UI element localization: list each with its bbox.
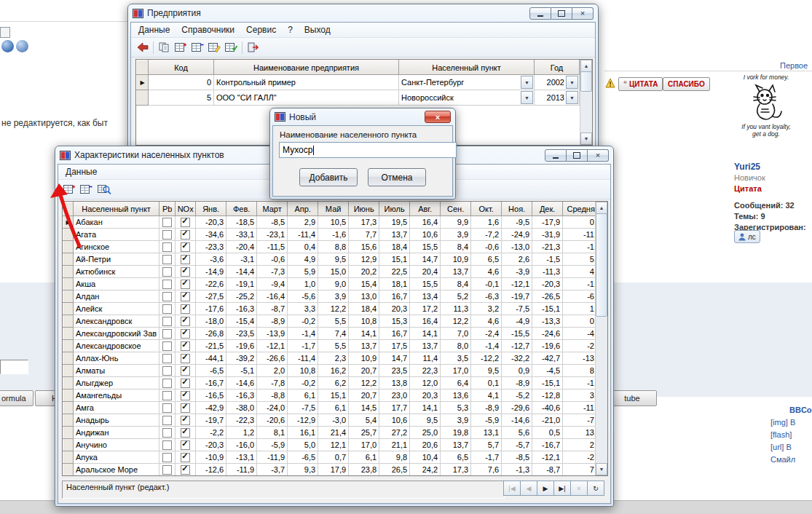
cell-value[interactable]: -13,9 <box>257 328 288 340</box>
cell-nox[interactable] <box>176 390 196 402</box>
cell-value[interactable]: -11,4 <box>288 229 318 241</box>
settlement-row[interactable]: Александровское-21,5-19,6-12,1-1,75,513,… <box>63 340 604 352</box>
cell-value[interactable]: 21,1 <box>379 439 410 451</box>
nox-checkbox[interactable] <box>181 403 190 413</box>
cell-name[interactable]: Контрольный пример <box>214 75 399 90</box>
cell-value[interactable]: -13,1 <box>226 451 257 464</box>
column-header[interactable]: Май <box>318 202 349 216</box>
cell-value[interactable]: 3,9 <box>318 290 349 303</box>
pb-checkbox[interactable] <box>162 465 172 475</box>
cell-value[interactable]: 14,5 <box>349 402 379 414</box>
cell-value[interactable]: -1,6 <box>318 229 349 241</box>
cell-value[interactable]: 13,7 <box>410 340 441 352</box>
cell-nox[interactable] <box>176 315 196 328</box>
cell-name[interactable]: ООО "СИ ГАЛЛ" <box>214 90 399 106</box>
cell-value[interactable]: -24,6 <box>532 328 563 340</box>
enterprise-row[interactable]: ▶0Контрольный примерСанкт-Петербург▼2002… <box>137 75 580 90</box>
cell-value[interactable]: 0,5 <box>532 427 563 439</box>
cell-value[interactable]: 9,8 <box>379 451 410 464</box>
delete-record-icon[interactable] <box>189 40 206 55</box>
cell-settlement-name[interactable]: Анадырь <box>74 414 159 427</box>
cell-value[interactable]: -3,0 <box>318 414 349 427</box>
cell-value[interactable]: 5,9 <box>288 266 318 278</box>
cell-pb[interactable] <box>159 476 176 477</box>
nox-checkbox[interactable] <box>181 354 190 363</box>
cell-pb[interactable] <box>159 414 176 427</box>
cell-settlement-name[interactable]: Амангельды <box>74 390 159 402</box>
cell-value[interactable]: 10,8 <box>349 315 379 328</box>
settlement-row[interactable]: Акша-22,6-19,1-9,41,09,015,418,115,58,4-… <box>63 278 604 290</box>
cell-nox[interactable] <box>176 439 196 451</box>
cell-value[interactable]: -29,6 <box>502 402 532 414</box>
settlements-menu-item-1[interactable]: Данные <box>60 166 103 178</box>
cell-value[interactable]: 20,4 <box>410 266 441 278</box>
cell-value[interactable]: 14,1 <box>410 328 441 340</box>
youtube-button[interactable]: tube <box>607 390 657 406</box>
cell-city[interactable]: Санкт-Петербург▼ <box>399 75 535 90</box>
enterprises-menu-item-4[interactable]: ? <box>282 24 299 36</box>
cell-pb[interactable] <box>159 427 176 439</box>
cell-value[interactable]: -25,2 <box>226 290 257 303</box>
cell-value[interactable]: 10,5 <box>318 216 349 229</box>
settlement-row[interactable]: Амангельды-16,5-16,3-8,86,115,120,723,02… <box>63 390 604 402</box>
settlement-row[interactable]: Амга-42,9-38,0-24,0-7,56,114,517,714,15,… <box>63 402 604 414</box>
cell-value[interactable]: 20,7 <box>349 365 379 377</box>
cell-value[interactable]: 13,7 <box>441 266 471 278</box>
cell-city[interactable]: Новороссийск▼ <box>399 90 535 106</box>
cell-value[interactable]: 1,0 <box>288 278 318 290</box>
cell-value[interactable]: -12,1 <box>257 340 288 352</box>
quote-button[interactable]: “ ЦИТАТА <box>618 77 663 91</box>
cell-value[interactable]: 18,4 <box>379 241 410 253</box>
cell-value[interactable]: 2,3 <box>318 352 349 365</box>
nox-checkbox[interactable] <box>181 453 190 462</box>
cell-value[interactable]: -14,6 <box>502 414 532 427</box>
cell-value[interactable]: 11,3 <box>441 303 471 315</box>
settlement-row[interactable]: Александровск-18,0-15,4-8,9-0,25,510,815… <box>63 315 604 328</box>
nox-checkbox[interactable] <box>181 230 190 240</box>
cell-nox[interactable] <box>176 266 196 278</box>
column-header[interactable]: Авг. <box>410 202 441 216</box>
cell-value[interactable]: 8,1 <box>257 427 288 439</box>
cell-value[interactable]: 12,0 <box>410 377 441 390</box>
pb-checkbox[interactable] <box>162 329 172 339</box>
cell-pb[interactable] <box>159 402 176 414</box>
cell-settlement-name[interactable]: Анучино <box>74 439 159 451</box>
cell-value[interactable]: -16,0 <box>226 439 257 451</box>
cell-settlement-name[interactable]: Актюбинск <box>74 266 159 278</box>
cell-value[interactable]: 17,2 <box>410 303 441 315</box>
pb-checkbox[interactable] <box>162 218 172 227</box>
cell-settlement-name[interactable]: Абакан <box>74 216 159 229</box>
cell-value[interactable]: -8,9 <box>471 402 502 414</box>
cell-value[interactable]: -11,9 <box>226 464 257 476</box>
cell-pb[interactable] <box>159 278 176 290</box>
cell-value[interactable]: 6,1 <box>349 451 379 464</box>
pb-checkbox[interactable] <box>162 317 172 326</box>
cell-value[interactable]: -0,1 <box>471 278 502 290</box>
document-icon[interactable] <box>0 27 10 38</box>
cell-value[interactable]: 9,9 <box>441 216 471 229</box>
settlement-row[interactable]: Аральское Море-12,6-11,9-3,79,317,923,82… <box>63 464 604 476</box>
cell-value[interactable]: 25,7 <box>349 427 379 439</box>
last-record-button[interactable]: ▶| <box>554 481 571 496</box>
cell-nox[interactable] <box>176 216 196 229</box>
cell-value[interactable]: -39,2 <box>226 352 257 365</box>
cell-value[interactable]: 3,2 <box>563 476 604 477</box>
cell-value[interactable]: 12,9 <box>349 253 379 266</box>
cell-value[interactable]: 11,4 <box>410 352 441 365</box>
find-icon[interactable] <box>95 182 114 197</box>
cell-settlement-name[interactable]: Александровское <box>74 340 159 352</box>
cell-value[interactable]: -15,1 <box>532 303 563 315</box>
dialog-titlebar[interactable]: Новый × <box>270 108 455 125</box>
cell-value[interactable]: -5,1 <box>226 365 257 377</box>
cell-value[interactable]: -17,9 <box>532 216 563 229</box>
cell-value[interactable]: 13,7 <box>441 439 471 451</box>
text-input-stub[interactable] <box>0 360 28 374</box>
cell-value[interactable]: 17,3 <box>441 464 471 476</box>
cell-value[interactable]: -15,5 <box>502 328 532 340</box>
pb-checkbox[interactable] <box>162 379 172 388</box>
prior-record-button[interactable]: ◀ <box>521 481 537 496</box>
cell-value[interactable]: 5,4 <box>349 414 379 427</box>
settlement-row[interactable]: ▶Абакан-20,3-18,5-8,52,910,517,319,516,4… <box>63 216 604 229</box>
cell-value[interactable]: 10,6 <box>410 229 441 241</box>
cell-value[interactable]: 4,9 <box>288 253 318 266</box>
